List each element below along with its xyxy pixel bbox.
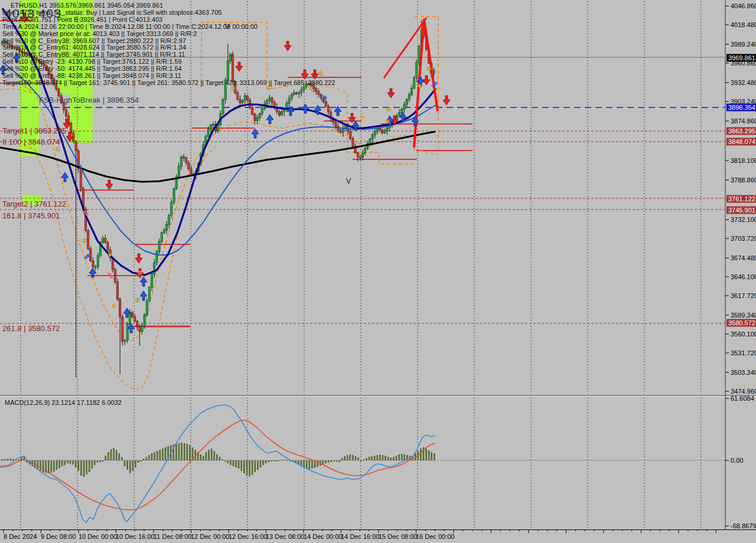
svg-text:⇗: ⇗ <box>431 79 438 89</box>
symbol-info-line: Sell %10 @ C_Entry38: 3969.607 || Target… <box>2 37 186 44</box>
symbol-info-line: Sell %30 @ Market price or at: 4013.403 … <box>2 30 197 37</box>
symbol-info-line: Target100: 3848.074 || Target 161: 3745.… <box>2 79 335 86</box>
symbol-info-line: Point A:4091.751 | Point B:3926.451 | Po… <box>2 16 162 23</box>
price-axis-label: 3732.100 <box>731 216 756 223</box>
price-axis-label: 61.6084 <box>731 395 754 402</box>
time-axis-label: 14 Dec 16:00 <box>341 533 379 540</box>
svg-text:¤: ¤ <box>138 269 142 277</box>
price-axis-label: 4046.860 <box>731 2 756 9</box>
macd-indicator-label: MACD(12,26,9) 23.1214 17.1182 6.0032 <box>5 399 122 406</box>
price-level-label: Target2 | 3761.122 <box>2 199 66 208</box>
symbol-info-line: Time A:2024.12.06 22:00:00 | Time B:2024… <box>2 23 258 30</box>
price-axis-badge: 3745.901 <box>726 207 756 214</box>
price-axis-label: 3818.100 <box>731 157 756 164</box>
time-axis-label: 10 Dec 16:00 <box>116 533 154 540</box>
price-axis-label: 3646.100 <box>731 273 756 280</box>
time-axis-label: 13 Dec 08:00 <box>266 533 304 540</box>
price-axis-label: 4018.480 <box>731 21 756 28</box>
price-axis-label: 3560.100 <box>731 331 756 338</box>
svg-text:⇗: ⇗ <box>320 93 327 103</box>
price-axis-badge: 3863.295 <box>726 127 756 135</box>
price-axis-label: -68.8679 <box>731 522 756 529</box>
svg-text:✶: ✶ <box>318 70 324 78</box>
symbol-info-line: Sell %10 @ Entry -23: 4130.798 || Target… <box>2 58 182 65</box>
symbol-info-line: Sell %20 @ Entry -50: 4174.445 || Target… <box>2 65 182 72</box>
time-axis-label: 14 Dec 00:00 <box>304 533 342 540</box>
svg-text:✶: ✶ <box>107 251 113 259</box>
time-axis-label: 11 Dec 08:00 <box>154 533 192 540</box>
svg-text:⇘: ⇘ <box>107 270 114 280</box>
price-axis-label: 3617.720 <box>731 292 756 299</box>
price-axis-label: 3503.340 <box>731 369 756 376</box>
price-axis-label: 3788.860 <box>731 176 756 184</box>
svg-text:¤: ¤ <box>386 117 390 126</box>
symbol-info-line: Sell %20 @ Entry -88: 4238.261 || Target… <box>2 72 181 79</box>
time-axis-label: 12 Dec 00:00 <box>191 533 229 540</box>
price-axis-badge: 3969.861 <box>726 54 756 62</box>
price-axis-label: 0.00 <box>731 457 743 464</box>
price-axis-badge: 3848.074 <box>726 138 756 146</box>
time-axis-label: 16 Dec 00:00 <box>416 533 454 540</box>
price-level-label: Target1 | 3863.295 <box>2 126 66 135</box>
symbol-info-line: Line:1472 | tema_h1_status: Buy | Last S… <box>2 9 221 16</box>
red-trend-lines <box>384 18 438 148</box>
symbol-info-line: ETHUSD,H1 3953.576 3969.861 3945.054 396… <box>11 2 163 9</box>
trading-chart-window: ✶✶✶✶✶✶✶✶✶✶✶¤¤¤¤⇗⇗⇗⇘⇘VV ETHUSD,H1 3953.57… <box>0 0 756 543</box>
price-axis-label: 3703.720 <box>731 235 756 242</box>
price-axis-label: 3674.480 <box>731 254 756 261</box>
time-axis-label: 10 Dec 00:00 <box>79 533 117 540</box>
price-level-label: 261.8 | 3580.572 <box>2 324 60 333</box>
svg-text:¤: ¤ <box>112 302 116 310</box>
price-level-label: II 100 | 3848.074 <box>2 138 60 146</box>
svg-text:✶: ✶ <box>416 82 422 90</box>
symbol-info-line: Sell %10 @ C_Entry88: 4071.114 || Target… <box>2 51 185 58</box>
svg-text:¤: ¤ <box>361 113 365 122</box>
svg-text:✶: ✶ <box>82 237 87 245</box>
fsb-high-to-break-label: FSB-HighToBreak | 3896.354 <box>39 96 139 104</box>
time-axis-label: 12 Dec 16:00 <box>229 533 267 540</box>
time-axis-label: 8 Dec 2024 <box>4 533 37 540</box>
price-axis-badge: 3580.572 <box>726 319 756 327</box>
svg-text:⇘: ⇘ <box>82 208 89 217</box>
price-axis-badge: 3761.122 <box>726 195 756 203</box>
price-axis-label: 3531.720 <box>731 349 756 356</box>
svg-text:✶: ✶ <box>55 145 61 153</box>
price-axis-label: 3474.960 <box>731 388 756 395</box>
time-axis-label: 15 Dec 08:00 <box>379 533 417 540</box>
price-level-label: 161.8 | 3745.901 <box>2 211 60 220</box>
svg-text:⇗: ⇗ <box>83 251 90 261</box>
price-axis-badge: 3896.354 <box>726 104 756 112</box>
svg-text:✶: ✶ <box>426 65 432 73</box>
price-axis-label: 3589.340 <box>731 312 756 319</box>
symbol-info-line: Sell %10 @ C_Entry61: 4028.624 || Target… <box>2 44 186 51</box>
macd-pane <box>0 405 725 522</box>
price-axis-label: 3989.240 <box>731 41 756 48</box>
svg-text:✶: ✶ <box>135 296 141 305</box>
time-axis-label: 9 Dec 08:00 <box>41 533 76 540</box>
price-axis-label: 3874.860 <box>731 117 756 125</box>
price-axis-label: 3932.480 <box>731 79 756 86</box>
svg-text:V: V <box>346 176 351 185</box>
svg-text:✶: ✶ <box>386 105 392 113</box>
